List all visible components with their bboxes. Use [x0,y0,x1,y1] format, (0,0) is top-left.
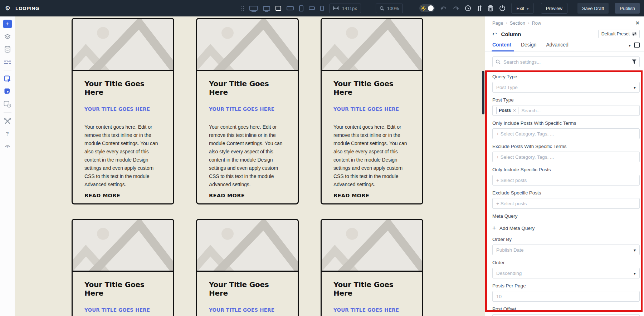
element-name: Column [501,31,521,37]
breakpoint-laptop-icon[interactable] [263,6,270,11]
remove-tag-icon[interactable] [513,108,516,113]
redo-button[interactable] [453,6,459,11]
posts-per-page-input[interactable]: 10 [492,291,640,302]
select-element-filled-icon[interactable] [3,88,12,95]
code-icon[interactable]: </> [3,142,12,150]
card-text[interactable]: Your content goes here. Edit or remove t… [333,123,411,189]
exit-button[interactable]: Exit [511,3,533,14]
exclude-posts-with-specific-terms-input[interactable]: + Select Category, Tags, ... [492,152,640,162]
undo-button[interactable] [440,6,447,11]
add-meta-query-button[interactable]: Add Meta Query [492,224,535,232]
layers-structure-icon[interactable] [3,33,12,41]
trash-icon[interactable] [488,5,493,11]
field-label: Order [492,260,640,266]
image-placeholder[interactable] [73,220,173,272]
mountains-sun-icon [197,220,298,271]
image-placeholder[interactable] [322,19,422,71]
post-card[interactable]: Your Title Goes Here YOUR TITLE GOES HER… [321,219,423,316]
order-by-select[interactable]: Publish Date [492,245,640,255]
read-more-link[interactable]: READ MORE [84,193,120,198]
field-label: Exclude Specific Posts [492,190,640,196]
card-title[interactable]: Your Title Goes Here [84,280,162,297]
order-select[interactable]: Descending [492,268,640,278]
breakpoint-tablet-landscape-icon[interactable] [287,6,294,10]
card-body: Your Title Goes Here YOUR TITLE GOES HER… [197,272,298,316]
search-settings-input[interactable] [492,56,640,67]
canvas-width-display[interactable]: 1411px [329,4,361,13]
chevron-down-icon[interactable] [629,42,631,48]
card-title[interactable]: Your Title Goes Here [209,280,287,297]
image-placeholder[interactable] [197,19,298,71]
breadcrumb-row[interactable]: Row [532,20,541,26]
default-preset-button[interactable]: Default Preset [598,30,640,38]
card-title[interactable]: Your Title Goes Here [333,79,411,97]
card-title[interactable]: Your Title Goes Here [333,280,411,297]
tag-chip[interactable]: Posts [496,107,518,114]
read-more-link[interactable]: READ MORE [209,193,245,198]
select-element-outline-icon[interactable] [3,75,12,83]
breakpoint-tablet-portrait-icon[interactable] [299,5,303,11]
card-subtitle[interactable]: YOUR TITLE GOES HERE [209,106,287,112]
settings-list-icon[interactable] [3,58,12,66]
exclude-specific-posts-input[interactable]: + Select posts [492,198,640,209]
field-exclude-posts-with-specific-terms: Exclude Posts With Specific Terms+ Selec… [492,143,640,162]
only-include-posts-with-specific-terms-input[interactable]: + Select Category, Tags, ... [492,128,640,139]
card-subtitle[interactable]: YOUR TITLE GOES HERE [84,106,162,112]
close-panel-icon[interactable] [635,20,640,26]
history-clock-icon[interactable] [465,5,471,11]
image-placeholder[interactable] [322,220,422,272]
breadcrumb-section[interactable]: Section [510,20,525,26]
filter-funnel-icon[interactable] [632,59,636,64]
search-icon [496,59,501,64]
power-icon[interactable] [499,5,506,11]
post-card[interactable]: Your Title Goes Here YOUR TITLE GOES HER… [196,219,299,316]
card-text[interactable]: Your content goes here. Edit or remove t… [209,123,287,189]
chevron-down-icon [634,84,636,90]
breakpoint-mobile-portrait-icon[interactable] [320,6,324,11]
post-card[interactable]: Your Title Goes Here YOUR TITLE GOES HER… [72,219,174,316]
breakpoint-mobile-landscape-icon[interactable] [309,6,315,10]
image-placeholder[interactable] [197,220,298,272]
drag-handle-icon[interactable] [241,6,244,11]
canvas-width-value: 1411px [342,6,357,11]
tab-design[interactable]: Design [521,42,537,51]
database-dynamic-data-icon[interactable] [3,45,12,53]
card-title[interactable]: Your Title Goes Here [84,79,162,97]
sort-arrows-icon[interactable] [477,5,482,11]
breakpoint-base-active-icon[interactable] [275,6,281,11]
card-subtitle[interactable]: YOUR TITLE GOES HERE [84,307,162,313]
zoom-level-display[interactable]: 100% [376,4,403,13]
card-body: Your Title Goes Here YOUR TITLE GOES HER… [73,71,173,189]
card-text[interactable]: Your content goes here. Edit or remove t… [84,123,162,189]
breakpoint-desktop-icon[interactable] [249,6,258,11]
post-type-input[interactable]: PostsSearch... [492,105,640,116]
read-more-link[interactable]: READ MORE [333,193,369,198]
card-title[interactable]: Your Title Goes Here [209,79,287,97]
back-arrow-icon[interactable] [492,31,497,37]
query-type-select[interactable]: Post Type [492,82,640,93]
breadcrumb-page[interactable]: Page [492,20,503,26]
post-offset-input[interactable] [492,314,640,316]
card-subtitle[interactable]: YOUR TITLE GOES HERE [333,106,411,112]
post-card[interactable]: Your Title Goes Here YOUR TITLE GOES HER… [321,18,423,204]
card-subtitle[interactable]: YOUR TITLE GOES HERE [333,307,411,313]
publish-button[interactable]: Publish [615,3,640,14]
save-draft-label: Save Draft [582,6,604,11]
tab-advanced[interactable]: Advanced [546,42,568,51]
help-icon[interactable]: ? [3,130,12,138]
tools-wrench-icon[interactable] [3,117,12,125]
card-subtitle[interactable]: YOUR TITLE GOES HERE [209,307,287,313]
post-card[interactable]: Your Title Goes Here YOUR TITLE GOES HER… [196,18,299,204]
builder-settings-gear-icon[interactable] [5,5,10,12]
wireframe-view-icon[interactable] [634,43,640,48]
panel-scrollbar-thumb[interactable] [482,71,484,114]
tab-content[interactable]: Content [492,42,511,51]
post-card[interactable]: Your Title Goes Here YOUR TITLE GOES HER… [72,18,174,204]
only-include-specific-posts-input[interactable]: + Select posts [492,175,640,186]
module-history-icon[interactable] [3,100,12,108]
image-placeholder[interactable] [73,19,173,71]
save-draft-button[interactable]: Save Draft [577,3,609,14]
preview-button[interactable]: Preview [541,3,567,14]
add-element-button[interactable]: + [3,20,12,28]
theme-toggle[interactable] [419,4,435,12]
